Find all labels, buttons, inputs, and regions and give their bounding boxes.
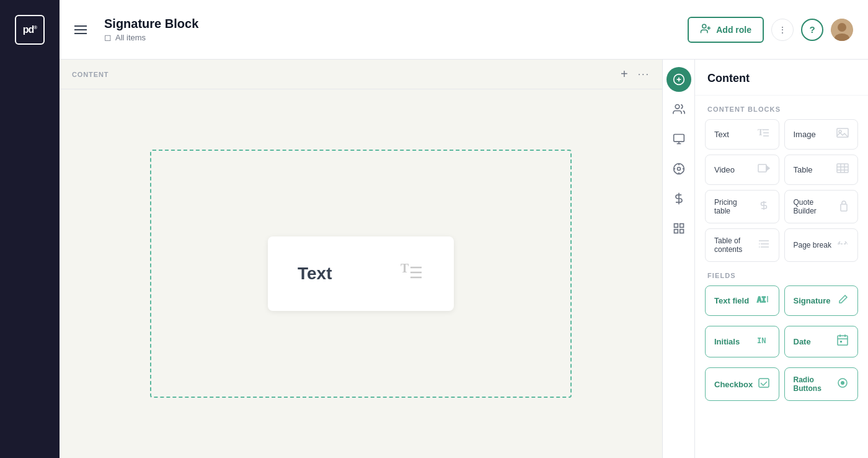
- svg-rect-14: [673, 135, 684, 142]
- svg-point-59: [841, 381, 844, 385]
- panel-header: Content: [695, 60, 868, 96]
- content-blocks-label: CONTENT BLOCKS: [695, 96, 868, 119]
- page-title: Signature Block: [104, 17, 678, 31]
- text-block-icon: T: [399, 261, 424, 286]
- block-item-video[interactable]: Video: [705, 155, 779, 185]
- signature-icon: [836, 294, 849, 308]
- more-options-button[interactable]: ⋮: [771, 19, 794, 41]
- users-panel-button[interactable]: [666, 97, 691, 122]
- video-block-icon: [758, 163, 770, 177]
- field-item-initials[interactable]: Initials IN: [705, 326, 779, 357]
- icon-sidebar: [662, 60, 694, 458]
- svg-rect-34: [758, 164, 766, 172]
- svg-rect-52: [838, 336, 848, 345]
- field-item-text-field[interactable]: Text field AI: [705, 285, 779, 316]
- logo-area: pd ®: [0, 0, 60, 60]
- checkbox-icon: [758, 377, 770, 392]
- header-actions: Add role ⋮ ?: [688, 17, 853, 43]
- avatar-image: [831, 19, 853, 41]
- radio-icon: [836, 377, 849, 392]
- pricing-panel-button[interactable]: [666, 186, 691, 211]
- text-field-icon: AI: [756, 294, 770, 308]
- svg-rect-26: [674, 230, 678, 233]
- table-block-icon: [836, 163, 849, 177]
- page-break-icon: [836, 238, 849, 253]
- field-item-radio[interactable]: RadioButtons: [784, 367, 859, 401]
- block-item-page-break[interactable]: Page break: [784, 228, 859, 262]
- text-block-card[interactable]: Text T: [268, 236, 454, 311]
- hamburger-menu[interactable]: [74, 20, 94, 40]
- svg-rect-25: [680, 224, 683, 228]
- panel-title: Content: [707, 72, 856, 85]
- date-icon: [836, 334, 849, 349]
- workspace: CONTENT + ··· Text T: [60, 60, 868, 458]
- svg-text:T: T: [401, 261, 409, 275]
- canvas-more-button[interactable]: ···: [638, 69, 650, 80]
- svg-point-4: [838, 23, 846, 32]
- breadcrumb-text: All items: [115, 33, 146, 42]
- add-role-button[interactable]: Add role: [688, 17, 764, 43]
- palette-panel-button[interactable]: [666, 156, 691, 181]
- fields-section: Text field AI Signature: [695, 285, 868, 411]
- canvas-area: CONTENT + ··· Text T: [60, 60, 662, 458]
- svg-rect-56: [840, 341, 842, 343]
- svg-text:AI: AI: [757, 295, 766, 304]
- svg-rect-24: [674, 224, 678, 228]
- canvas-toolbar: CONTENT + ···: [60, 60, 662, 89]
- svg-point-0: [702, 24, 706, 28]
- header-title-area: Signature Block ◻ All items: [104, 17, 678, 42]
- canvas-toolbar-actions: + ···: [621, 67, 650, 81]
- header: Signature Block ◻ All items: [60, 0, 868, 60]
- image-block-icon: [836, 127, 849, 141]
- quote-builder-icon: [839, 199, 849, 215]
- block-item-toc[interactable]: Table ofcontents: [705, 228, 779, 262]
- block-item-pricing-table[interactable]: Pricingtable: [705, 190, 779, 223]
- block-item-image[interactable]: Image: [784, 119, 859, 150]
- svg-point-13: [675, 105, 680, 109]
- toc-icon: [758, 238, 770, 253]
- avatar[interactable]: [831, 19, 853, 41]
- svg-rect-42: [841, 204, 847, 211]
- field-item-date[interactable]: Date: [784, 326, 859, 357]
- add-role-icon: [700, 23, 711, 37]
- svg-marker-35: [766, 166, 769, 171]
- canvas-content: Text T: [60, 89, 662, 458]
- block-item-table[interactable]: Table: [784, 155, 859, 185]
- fields-label: FIELDS: [695, 262, 868, 285]
- canvas-drop-zone[interactable]: Text T: [150, 150, 572, 398]
- svg-text:T: T: [758, 128, 764, 137]
- content-blocks-grid: Text T Image: [695, 119, 868, 262]
- right-panel: Content CONTENT BLOCKS Text T: [694, 60, 868, 458]
- grid-panel-button[interactable]: [666, 216, 691, 241]
- canvas-section-label: CONTENT: [72, 71, 108, 78]
- svg-rect-36: [837, 164, 848, 173]
- pricing-table-icon: [758, 200, 770, 214]
- help-button[interactable]: ?: [801, 19, 823, 41]
- block-item-text[interactable]: Text T: [705, 119, 779, 150]
- media-panel-button[interactable]: [666, 127, 691, 151]
- svg-rect-27: [680, 230, 683, 233]
- svg-rect-57: [759, 379, 769, 387]
- breadcrumb: ◻ All items: [104, 32, 678, 42]
- text-block-icon: T: [758, 127, 770, 141]
- text-block-label: Text: [298, 264, 332, 284]
- field-item-checkbox[interactable]: Checkbox: [705, 367, 779, 401]
- add-block-button[interactable]: +: [621, 67, 628, 81]
- svg-point-18: [677, 168, 680, 171]
- svg-text:IN: IN: [757, 336, 766, 345]
- app-logo[interactable]: pd ®: [15, 15, 45, 45]
- folder-icon: ◻: [104, 32, 112, 42]
- field-item-signature[interactable]: Signature: [784, 285, 859, 316]
- content-panel-button[interactable]: [666, 67, 691, 92]
- initials-icon: IN: [756, 335, 770, 349]
- block-item-quote-builder[interactable]: QuoteBuilder: [784, 190, 859, 223]
